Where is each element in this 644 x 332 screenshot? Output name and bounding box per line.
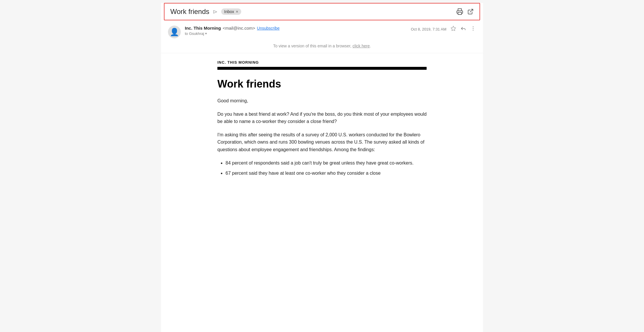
browser-notice-text: To view a version of this email in a bro…: [273, 44, 351, 48]
list-item-2: 67 percent said they have at least one c…: [226, 169, 427, 177]
browser-notice-link[interactable]: click here: [353, 44, 370, 48]
email-headline: Work friends: [217, 78, 427, 90]
subject-left: Work friends ⊳ Inbox ×: [170, 8, 241, 16]
subject-right: [456, 8, 474, 15]
avatar-person-icon: 👤: [170, 28, 179, 37]
print-icon: [456, 8, 463, 15]
sender-email: <mail@inc.com>: [223, 26, 255, 31]
sender-to[interactable]: to Gsukhraj ▾: [185, 31, 407, 36]
email-date: Oct 8, 2019, 7:31 AM: [411, 27, 446, 31]
list-item-1: 84 percent of respondents said a job can…: [226, 159, 427, 167]
sender-name: Inc. This Morning: [185, 26, 221, 31]
more-options-button[interactable]: [470, 26, 476, 33]
unsubscribe-link[interactable]: Unsubscribe: [257, 26, 280, 31]
paragraph1: Do you have a best friend at work? And i…: [217, 110, 427, 125]
svg-marker-2: [451, 26, 456, 31]
paragraph2: I'm asking this after seeing the results…: [217, 131, 427, 153]
open-external-icon: [467, 8, 474, 15]
svg-point-4: [473, 28, 474, 29]
action-icons: [450, 26, 476, 33]
browser-notice: To view a version of this email in a bro…: [161, 41, 483, 53]
browser-notice-suffix: .: [370, 44, 371, 48]
star-icon: [450, 26, 456, 31]
more-options-icon: [470, 26, 476, 31]
open-external-button[interactable]: [467, 8, 474, 15]
svg-rect-0: [458, 12, 461, 15]
email-subject-title: Work friends: [170, 8, 209, 16]
newsletter-brand: INC. THIS MORNING: [217, 60, 427, 65]
reply-icon: [460, 26, 466, 31]
sender-avatar: 👤: [168, 26, 181, 38]
black-bar-divider: [217, 67, 427, 70]
sender-to-label: to Gsukhraj: [185, 31, 204, 36]
inbox-badge[interactable]: Inbox ×: [221, 8, 241, 15]
print-button[interactable]: [456, 8, 463, 15]
sender-row: 👤 Inc. This Morning <mail@inc.com> Unsub…: [161, 20, 483, 41]
subject-arrow-icon: ⊳: [213, 8, 218, 15]
inbox-badge-label: Inbox: [224, 9, 234, 14]
email-body: INC. THIS MORNING Work friends Good morn…: [194, 53, 450, 192]
sender-info: Inc. This Morning <mail@inc.com> Unsubsc…: [185, 26, 407, 36]
star-button[interactable]: [450, 26, 456, 33]
sender-name-line: Inc. This Morning <mail@inc.com> Unsubsc…: [185, 26, 407, 31]
greeting-paragraph: Good morning,: [217, 97, 427, 105]
reply-button[interactable]: [460, 26, 466, 33]
chevron-down-icon: ▾: [205, 32, 207, 35]
svg-point-5: [473, 30, 474, 31]
subject-bar: Work friends ⊳ Inbox ×: [164, 3, 480, 20]
bullet-list: 84 percent of respondents said a job can…: [226, 159, 427, 177]
svg-line-1: [470, 9, 473, 12]
sender-meta: Oct 8, 2019, 7:31 AM: [411, 26, 476, 33]
svg-point-3: [473, 26, 474, 27]
inbox-badge-close-button[interactable]: ×: [236, 9, 238, 14]
